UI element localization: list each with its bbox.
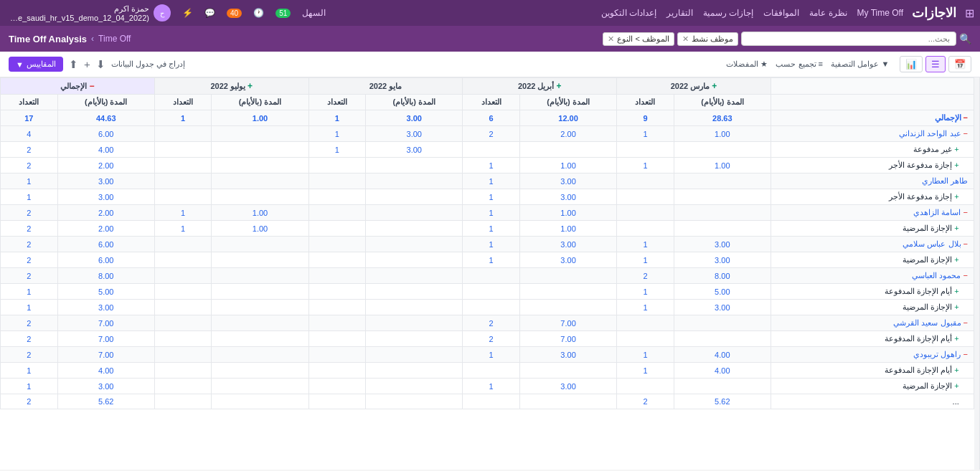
expand-icon[interactable]: +: [954, 192, 958, 201]
download-btn[interactable]: ⬇: [96, 58, 105, 71]
expand-icon[interactable]: +: [954, 381, 958, 390]
cell: 6.00: [57, 126, 154, 142]
nav-configuration[interactable]: إعدادات التكوين: [601, 8, 656, 18]
nav-my-time-off[interactable]: My Time Off: [857, 8, 903, 18]
cell: 1: [1, 363, 58, 379]
search-input[interactable]: [741, 32, 956, 46]
cell: 2.00: [519, 126, 616, 142]
cell: [154, 347, 212, 363]
cell: [154, 158, 212, 173]
calendar-view-btn[interactable]: 📅: [948, 56, 971, 72]
cell: 3.00: [674, 237, 771, 252]
collapse-icon[interactable]: −: [963, 208, 968, 217]
row-name[interactable]: − بلال عباس سلامي: [771, 237, 974, 252]
expand-icon[interactable]: +: [954, 366, 958, 374]
row-name[interactable]: − مقبول سعيد القرشي: [771, 315, 974, 331]
cell: 1: [308, 110, 366, 126]
may-header: مايو 2022: [308, 78, 463, 95]
cell: 1: [154, 205, 212, 221]
table-row: − الإجمالي28.63912.0063.0011.00144.6317: [1, 110, 974, 126]
may-days-header: المدة (بالأيام): [366, 95, 463, 110]
row-name[interactable]: − راهول تريبودي: [771, 347, 974, 363]
row-name: + أيام الإجازة المدفوعة: [771, 331, 974, 347]
collapse-icon[interactable]: −: [963, 129, 968, 138]
cell: 6: [463, 110, 520, 126]
filter-action[interactable]: ▼ عوامل التصفية: [831, 60, 889, 69]
cell: [366, 331, 463, 347]
cell: 1: [154, 110, 212, 126]
cell: [366, 189, 463, 205]
time-off-breadcrumb[interactable]: Time Off: [98, 34, 131, 44]
insert-data-action[interactable]: إدراج في جدول البيانات: [111, 60, 185, 69]
badge-green: 51: [275, 9, 291, 18]
grid-view-btn[interactable]: ☰: [925, 56, 946, 72]
chart-view-btn[interactable]: 📊: [900, 56, 923, 72]
mar-plus-icon[interactable]: +: [712, 81, 717, 91]
cell: 1.00: [674, 158, 771, 173]
collapse-icon[interactable]: −: [963, 318, 968, 327]
table-row: − محمود العباسي8.0028.002: [1, 268, 974, 284]
expand-icon[interactable]: +: [954, 145, 958, 153]
nav-overview[interactable]: نظرة عامة: [809, 8, 847, 18]
nav-official-leaves[interactable]: إجازات رسمية: [703, 8, 753, 18]
chat-icon[interactable]: 💬: [204, 8, 215, 18]
nav-menu: My Time Off نظرة عامة الموافقات إجازات ر…: [601, 8, 903, 18]
filter-active-employee: موظف نشط ✕: [677, 32, 738, 46]
apr-plus-icon[interactable]: +: [557, 81, 562, 91]
cell: [674, 379, 771, 394]
table-row: + الإجازة المرضية3.0013.0016.002: [1, 252, 974, 268]
cell: [617, 331, 674, 347]
filter-label-2: الموظف > النوع: [617, 34, 669, 44]
row-name[interactable]: − محمود العباسي: [771, 268, 974, 284]
cell: 3.00: [519, 347, 616, 363]
nav-approvals[interactable]: الموافقات: [763, 8, 799, 18]
cell: 4: [1, 126, 58, 142]
apps-icon[interactable]: ⊞: [965, 6, 974, 20]
expand-icon[interactable]: +: [954, 303, 958, 311]
group-action[interactable]: ≡ تجميع حسب: [776, 60, 823, 69]
nav-reports[interactable]: التقارير: [666, 8, 693, 18]
total-minus-icon[interactable]: −: [89, 81, 94, 91]
collapse-icon[interactable]: −: [963, 113, 968, 122]
expand-icon[interactable]: +: [954, 161, 958, 169]
cell: 3.00: [519, 189, 616, 205]
cell: [308, 363, 366, 379]
filter-remove-1[interactable]: ✕: [682, 34, 689, 44]
row-name[interactable]: − الإجمالي: [771, 110, 974, 126]
collapse-icon[interactable]: −: [963, 271, 968, 280]
cell: [463, 268, 520, 284]
cell: 3.00: [57, 173, 154, 189]
expand-icon[interactable]: +: [954, 224, 958, 232]
add-column-btn[interactable]: +: [84, 58, 90, 70]
cell: [212, 300, 308, 315]
measures-btn[interactable]: المقاييس ▼: [9, 57, 63, 72]
activity-icon[interactable]: ⚡: [182, 8, 193, 18]
cell: 6.00: [57, 237, 154, 252]
cell: [308, 237, 366, 252]
jul-plus-icon[interactable]: +: [248, 81, 253, 91]
expand-icon[interactable]: +: [954, 255, 958, 264]
cell: [674, 331, 771, 347]
row-name[interactable]: − اسامة الزاهدي: [771, 205, 974, 221]
cell: [154, 379, 212, 394]
collapse-icon[interactable]: −: [963, 350, 968, 358]
cell: 2: [1, 331, 58, 347]
name-col-header: [771, 78, 974, 95]
row-name: + أيام الإجازة المدفوعة: [771, 284, 974, 300]
cell: 2: [1, 315, 58, 331]
expand-icon[interactable]: +: [954, 334, 958, 343]
row-name[interactable]: طاهر العطاري: [771, 173, 974, 189]
cell: [617, 142, 674, 158]
upload-btn[interactable]: ⬆: [69, 58, 78, 71]
cell: 1: [617, 126, 674, 142]
cell: [308, 221, 366, 237]
filter-remove-2[interactable]: ✕: [608, 34, 614, 44]
cell: 1: [463, 205, 520, 221]
expand-icon[interactable]: +: [954, 287, 958, 295]
row-name[interactable]: − عبد الواحد الزنداني: [771, 126, 974, 142]
collapse-icon[interactable]: −: [963, 239, 968, 248]
table-row: + أيام الإجازة المدفوعة4.0014.001: [1, 363, 974, 379]
favorites-action[interactable]: ★ المفضلات: [726, 60, 768, 69]
cell: 9: [617, 110, 674, 126]
cell: [308, 315, 366, 331]
